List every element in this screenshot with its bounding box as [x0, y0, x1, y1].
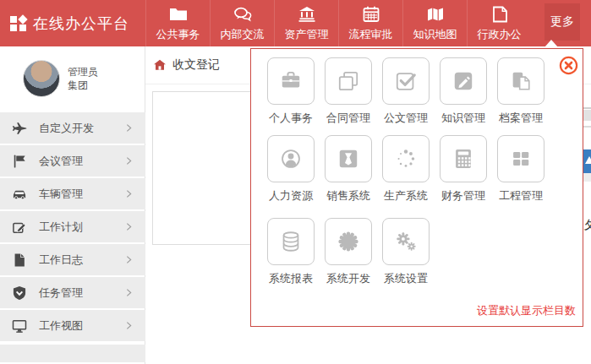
chevron-right-icon	[123, 320, 134, 331]
topnav-item-public-affairs[interactable]: 公共事务	[145, 0, 210, 46]
sidebar-item-vehicle-management[interactable]: 车辆管理	[0, 178, 145, 209]
topnav-label: 行政办公	[478, 27, 522, 42]
app-tile-row: 个人事务 合同管理 公文管理	[262, 57, 550, 126]
folder-icon	[168, 4, 189, 24]
occluded-blue-button-fragment	[583, 149, 591, 173]
app-tile-system-settings[interactable]: 系统设置	[377, 218, 435, 286]
app-tile-engineering-management[interactable]: 工程管理	[492, 135, 550, 204]
sidebar-item-custom-dev[interactable]: 自定义开发	[0, 112, 145, 144]
app-tile-label: 合同管理	[326, 111, 370, 126]
edit-icon	[11, 219, 28, 236]
briefcase-icon	[277, 68, 304, 95]
calculator-icon	[450, 145, 477, 172]
set-default-columns-link[interactable]: 设置默认显示栏目数	[477, 303, 576, 318]
car-icon	[11, 186, 28, 203]
app-tile-row: 人力资源 销售系统 生产系统	[262, 135, 550, 204]
app-tile-contract-management[interactable]: 合同管理	[320, 57, 377, 126]
app-tile-label: 生产系统	[384, 188, 428, 204]
document-icon	[490, 4, 510, 24]
person-circle-icon	[277, 145, 304, 172]
check-square-icon	[392, 68, 419, 95]
app-tile-human-resources[interactable]: 人力资源	[262, 135, 320, 204]
more-apps-popup: 个人事务 合同管理 公文管理	[250, 48, 583, 327]
app-tile-label: 个人事务	[269, 111, 313, 126]
sidebar-item-task-management[interactable]: 任务管理	[0, 277, 145, 308]
top-menu: 公共事务 内部交流 资产管理	[145, 0, 531, 46]
sidebar-item-partial	[0, 345, 145, 362]
app-tile-production-system[interactable]: 生产系统	[377, 135, 435, 204]
logo-grid-icon	[10, 15, 27, 32]
app-tile-label: 人力资源	[269, 188, 313, 204]
chevron-right-icon	[123, 254, 134, 265]
sidebar-item-meeting-management[interactable]: 会议管理	[0, 145, 145, 177]
user-profile[interactable]: 管理员 集团	[0, 46, 145, 111]
app-tile-system-reports[interactable]: 系统报表	[262, 218, 320, 286]
sidebar-item-label: 会议管理	[39, 154, 123, 169]
flag-icon	[11, 153, 28, 170]
sidebar-item-label: 工作日志	[39, 253, 123, 268]
popup-pointer-arrow	[544, 40, 558, 47]
app-tile-sales-system[interactable]: 销售系统	[320, 135, 377, 204]
chevron-right-icon	[123, 122, 134, 133]
sidebar-item-work-log[interactable]: 工作日志	[0, 244, 145, 275]
calendar-icon	[361, 4, 381, 24]
more-button[interactable]: 更多	[544, 3, 580, 41]
topnav-label: 内部交流	[221, 27, 265, 42]
sidebar-item-work-plan[interactable]: 工作计划	[0, 211, 145, 242]
shield-icon	[11, 285, 28, 302]
app-tile-label: 工程管理	[499, 188, 543, 204]
sidebar-item-label: 自定义开发	[39, 121, 123, 136]
close-icon	[559, 56, 578, 75]
chevron-right-icon	[123, 188, 134, 199]
app-tile-label: 销售系统	[326, 188, 370, 204]
home-icon	[153, 58, 167, 72]
sidebar-item-label: 任务管理	[39, 285, 123, 301]
app-tile-archive-management[interactable]: 档案管理	[492, 57, 550, 126]
user-name: 管理员	[68, 65, 98, 79]
bank-icon	[297, 4, 317, 24]
dot-spinner-icon	[392, 145, 419, 172]
app-tile-finance-management[interactable]: 财务管理	[435, 135, 492, 204]
app-tile-document-management[interactable]: 公文管理	[377, 57, 435, 126]
app-tile-knowledge-management[interactable]: 知识管理	[435, 57, 492, 126]
chevron-right-icon	[123, 287, 134, 298]
app-tile-label: 知识管理	[441, 111, 485, 126]
topnav-item-asset-management[interactable]: 资产管理	[274, 0, 338, 46]
topnav-label: 公共事务	[156, 27, 200, 42]
app-title: 在线办公平台	[33, 14, 129, 34]
app-tile-personal-affairs[interactable]: 个人事务	[262, 57, 320, 126]
pencil-square-icon	[450, 68, 477, 95]
sidebar: 管理员 集团 自定义开发 会议管理 车辆管理	[0, 46, 145, 364]
topnav-item-admin-office[interactable]: 行政办公	[467, 0, 531, 46]
database-icon	[277, 228, 304, 255]
plane-icon	[11, 120, 28, 137]
chevron-right-icon	[123, 155, 134, 166]
sidebar-item-work-view[interactable]: 工作视图	[0, 310, 145, 341]
app-tile-label: 档案管理	[499, 111, 543, 126]
chevron-right-icon	[123, 221, 134, 232]
app-tile-label: 系统开发	[326, 271, 370, 286]
sidebar-item-label: 工作计划	[39, 220, 123, 235]
occluded-content-fragment	[583, 173, 591, 182]
app-tile-system-development[interactable]: 系统开发	[320, 218, 377, 286]
app-tile-label: 财务管理	[441, 188, 485, 204]
occluded-content-fragment	[583, 107, 591, 109]
topnav-item-internal-communication[interactable]: 内部交流	[210, 0, 274, 46]
gear-icon	[335, 228, 362, 255]
monitor-icon	[11, 318, 28, 334]
user-avatar[interactable]	[23, 60, 60, 97]
sidebar-item-label: 工作视图	[39, 318, 123, 334]
app-logo: 在线办公平台	[0, 0, 145, 46]
page-title: 收文登记	[172, 57, 220, 73]
sidebar-menu: 自定义开发 会议管理 车辆管理	[0, 112, 145, 362]
topnav-label: 知识地图	[413, 27, 457, 42]
app-window: 在线办公平台 公共事务 内部交流 资产管	[0, 0, 591, 364]
topnav-item-process-approval[interactable]: 流程审批	[338, 0, 402, 46]
occluded-content-fragment	[583, 126, 591, 128]
close-button[interactable]	[559, 56, 578, 75]
topnav-item-knowledge-map[interactable]: 知识地图	[402, 0, 467, 46]
gears-icon	[392, 228, 419, 255]
files-icon	[507, 68, 534, 95]
sidebar-item-label: 车辆管理	[39, 187, 123, 202]
topnav-label: 流程审批	[349, 27, 393, 42]
